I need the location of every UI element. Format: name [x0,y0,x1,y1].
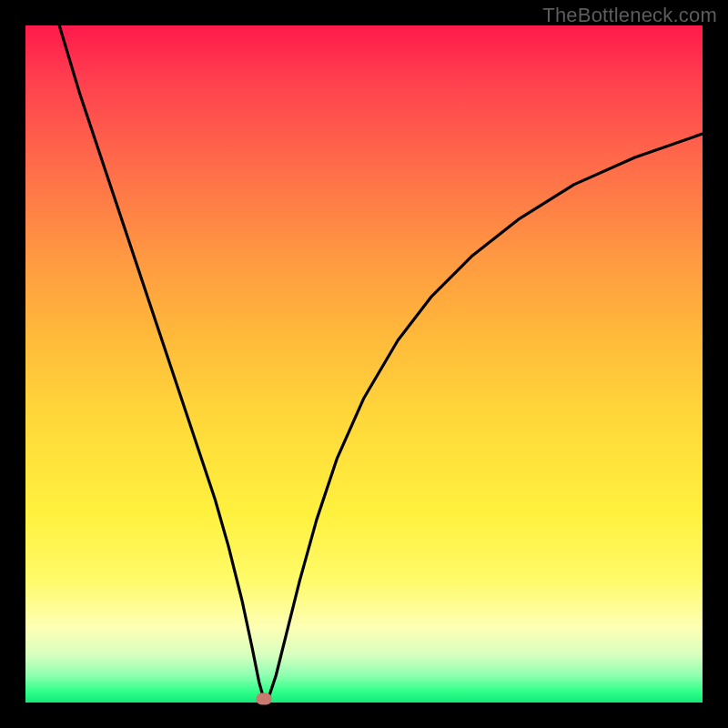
chart-frame: TheBottleneck.com [0,0,728,728]
bottleneck-curve [59,25,703,699]
min-marker [256,693,271,705]
plot-area [25,25,703,703]
watermark-text: TheBottleneck.com [542,4,717,27]
curve-svg [25,25,703,703]
